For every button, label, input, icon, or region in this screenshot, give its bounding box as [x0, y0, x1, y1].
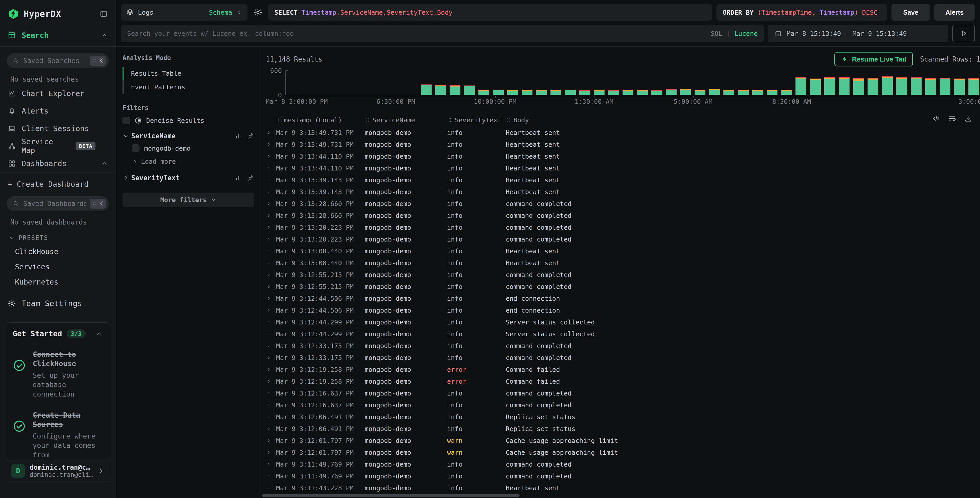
- drag-handle-icon[interactable]: [447, 117, 453, 123]
- expand-row-icon[interactable]: [266, 189, 272, 195]
- expand-row-icon[interactable]: [266, 284, 272, 289]
- expand-row-icon[interactable]: [266, 378, 272, 384]
- sidebar-nav-item[interactable]: Client Sessions: [0, 120, 116, 137]
- save-button[interactable]: Save: [891, 4, 930, 21]
- mode-event-patterns[interactable]: Event Patterns: [123, 80, 254, 94]
- expand-row-icon[interactable]: [266, 343, 272, 349]
- table-row[interactable]: Mar 9 3:12:06.491 PM mongodb-demo info R…: [266, 423, 980, 435]
- chart-bar[interactable]: [479, 89, 489, 95]
- chart-bar[interactable]: [695, 89, 705, 95]
- run-query-button[interactable]: [952, 25, 975, 42]
- expand-row-icon[interactable]: [266, 201, 272, 206]
- events-histogram[interactable]: Mar 8 3:00:00 PM6:30:00 PM10:00:00 PM1:3…: [266, 70, 980, 105]
- event-search-input[interactable]: [127, 30, 705, 37]
- filter-option-mongodb-demo[interactable]: mongodb-demo: [123, 141, 254, 155]
- wrap-lines-icon[interactable]: [948, 114, 956, 123]
- chart-bar[interactable]: [724, 90, 734, 95]
- chart-bar[interactable]: [896, 77, 907, 95]
- get-started-item[interactable]: Create Data Sources Configure where your…: [13, 411, 103, 460]
- table-row[interactable]: Mar 9 3:13:28.660 PM mongodb-demo info c…: [266, 210, 980, 222]
- order-by-input[interactable]: ORDER BY (TimestampTime, Timestamp) DESC: [716, 4, 887, 21]
- chevron-up-icon[interactable]: [96, 330, 103, 337]
- pin-icon[interactable]: [247, 174, 254, 182]
- table-row[interactable]: Mar 9 3:12:44.506 PM mongodb-demo info e…: [266, 292, 980, 304]
- chart-bar[interactable]: [839, 77, 850, 95]
- expand-row-icon[interactable]: [266, 177, 272, 183]
- column-header-severitytext[interactable]: SeverityText: [447, 117, 506, 124]
- horizontal-scrollbar-thumb[interactable]: [262, 494, 520, 497]
- preset-item[interactable]: Services: [0, 259, 116, 275]
- expand-row-icon[interactable]: [266, 260, 272, 266]
- expand-row-icon[interactable]: [266, 390, 272, 396]
- expand-row-icon[interactable]: [266, 319, 272, 325]
- chart-bar[interactable]: [954, 78, 965, 95]
- table-row[interactable]: Mar 9 3:13:49.731 PM mongodb-demo info H…: [266, 139, 980, 150]
- expand-row-icon[interactable]: [266, 236, 272, 242]
- chart-bar[interactable]: [450, 85, 460, 95]
- table-row[interactable]: Mar 9 3:13:20.223 PM mongodb-demo info c…: [266, 233, 980, 245]
- saved-dashboards-search[interactable]: ⌘ K: [7, 196, 109, 211]
- chart-bar[interactable]: [867, 78, 878, 95]
- chart-bar[interactable]: [666, 89, 676, 95]
- table-row[interactable]: Mar 9 3:13:08.440 PM mongodb-demo info H…: [266, 257, 980, 269]
- chart-bar[interactable]: [810, 78, 821, 95]
- expand-row-icon[interactable]: [266, 438, 272, 444]
- table-row[interactable]: Mar 9 3:13:20.223 PM mongodb-demo info c…: [266, 222, 980, 233]
- sidebar-nav-item[interactable]: Service Map BETA: [0, 137, 116, 155]
- chart-bar[interactable]: [940, 78, 950, 95]
- table-row[interactable]: Mar 9 3:13:28.660 PM mongodb-demo info c…: [266, 198, 980, 210]
- source-settings-button[interactable]: [252, 4, 264, 21]
- preset-item[interactable]: Kubernetes: [0, 275, 116, 290]
- chevron-right-icon[interactable]: [123, 175, 129, 181]
- table-row[interactable]: Mar 9 3:11:49.769 PM mongodb-demo info c…: [266, 470, 980, 482]
- user-account-button[interactable]: D dominic.tran@c… dominic.tran@cli…: [6, 460, 110, 482]
- alerts-button[interactable]: Alerts: [934, 4, 975, 21]
- expand-row-icon[interactable]: [266, 473, 272, 479]
- chevron-up-icon[interactable]: [101, 160, 108, 167]
- table-row[interactable]: Mar 9 3:12:55.215 PM mongodb-demo info c…: [266, 269, 980, 281]
- table-row[interactable]: Mar 9 3:12:33.175 PM mongodb-demo info c…: [266, 352, 980, 364]
- table-row[interactable]: Mar 9 3:13:44.110 PM mongodb-demo info H…: [266, 150, 980, 162]
- expand-row-icon[interactable]: [266, 414, 272, 420]
- table-row[interactable]: Mar 9 3:13:08.440 PM mongodb-demo info H…: [266, 245, 980, 257]
- chart-bar[interactable]: [594, 90, 605, 95]
- table-row[interactable]: Mar 9 3:12:19.258 PM mongodb-demo error …: [266, 375, 980, 387]
- histogram-plot-area[interactable]: [285, 70, 980, 95]
- table-row[interactable]: Mar 9 3:11:49.769 PM mongodb-demo info c…: [266, 458, 980, 470]
- expand-row-icon[interactable]: [266, 225, 272, 230]
- table-row[interactable]: Mar 9 3:12:44.299 PM mongodb-demo info S…: [266, 316, 980, 328]
- chart-bar[interactable]: [421, 85, 431, 95]
- expand-row-icon[interactable]: [266, 153, 272, 159]
- drag-handle-icon[interactable]: [506, 117, 511, 123]
- mode-results-table[interactable]: Results Table: [123, 67, 254, 80]
- table-row[interactable]: Mar 9 3:12:44.506 PM mongodb-demo info e…: [266, 304, 980, 316]
- query-language-toggle[interactable]: SQL | Lucene: [711, 30, 758, 37]
- chart-bar[interactable]: [565, 89, 576, 95]
- chart-bar[interactable]: [738, 90, 749, 95]
- select-clause-input[interactable]: SELECT Timestamp,ServiceName,SeverityTex…: [268, 4, 712, 21]
- get-started-header[interactable]: Get Started 3/3: [13, 329, 103, 338]
- code-view-icon[interactable]: [932, 114, 940, 123]
- table-row[interactable]: Mar 9 3:13:49.731 PM mongodb-demo info H…: [266, 127, 980, 139]
- chart-bar[interactable]: [579, 90, 590, 95]
- filter-group-servicename[interactable]: ServiceName: [123, 132, 254, 140]
- chart-bar[interactable]: [925, 78, 936, 95]
- chart-bar[interactable]: [680, 89, 691, 95]
- table-row[interactable]: Mar 9 3:12:01.797 PM mongodb-demo warn C…: [266, 435, 980, 447]
- table-row[interactable]: Mar 9 3:12:01.797 PM mongodb-demo warn C…: [266, 447, 980, 458]
- chart-bar[interactable]: [637, 90, 648, 95]
- chart-bar[interactable]: [507, 90, 518, 95]
- denoise-results-row[interactable]: Denoise Results: [123, 117, 254, 124]
- table-row[interactable]: Mar 9 3:12:16.637 PM mongodb-demo info c…: [266, 399, 980, 411]
- chart-bar[interactable]: [435, 85, 446, 95]
- column-header-timestamp[interactable]: Timestamp (Local): [276, 117, 365, 124]
- expand-row-icon[interactable]: [266, 165, 272, 171]
- chart-bar[interactable]: [824, 77, 835, 95]
- event-search-bar[interactable]: SQL | Lucene: [121, 25, 764, 42]
- table-row[interactable]: Mar 9 3:12:55.215 PM mongodb-demo info c…: [266, 281, 980, 292]
- expand-row-icon[interactable]: [266, 130, 272, 136]
- expand-row-icon[interactable]: [266, 272, 272, 278]
- expand-row-icon[interactable]: [266, 450, 272, 455]
- chart-bar[interactable]: [882, 76, 893, 95]
- chart-bar[interactable]: [767, 89, 778, 95]
